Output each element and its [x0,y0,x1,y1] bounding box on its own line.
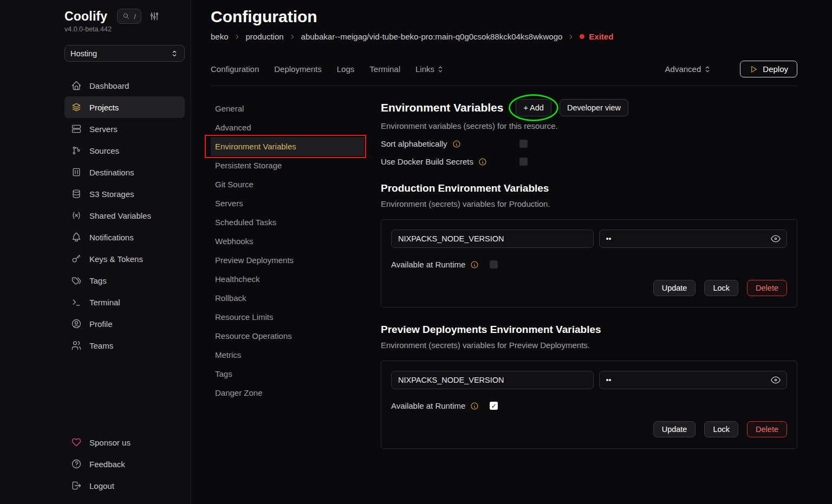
subnav-item-danger-zone[interactable]: Danger Zone [211,383,364,402]
sidebar-item-keys-tokens[interactable]: Keys & Tokens [64,248,185,270]
breadcrumb-resource[interactable]: abubakar--meigag/vid-tube-beko-pro:main-… [301,32,563,41]
sidebar-item-sources[interactable]: Sources [64,140,185,161]
sidebar-item-teams[interactable]: Teams [64,335,185,356]
selector-icon [436,65,445,74]
subnav-item-scheduled-tasks[interactable]: Scheduled Tasks [211,213,364,232]
subnav-item-git-source[interactable]: Git Source [211,175,364,194]
info-icon[interactable] [470,402,479,410]
sidebar-item-label: Sources [89,146,119,155]
sidebar-item-feedback[interactable]: Feedback [64,453,185,475]
sidebar-item-shared-variables[interactable]: Shared Variables [64,205,185,226]
deploy-button[interactable]: Deploy [740,61,797,77]
settings-sliders-button[interactable] [149,11,160,22]
main-content: Configuration beko production abubakar--… [191,0,832,504]
container-icon [71,167,82,178]
subnav-item-webhooks[interactable]: Webhooks [211,232,364,251]
lock-button[interactable]: Lock [704,280,738,296]
add-variable-button[interactable]: + Add [516,99,551,116]
sidebar-item-label: Logout [89,481,114,490]
subnav-item-preview-deployments[interactable]: Preview Deployments [211,251,364,270]
info-icon[interactable] [452,140,461,148]
sort-alphabetically-checkbox[interactable] [519,140,528,148]
subnav-item-metrics[interactable]: Metrics [211,345,364,364]
add-button-wrap: + Add [516,99,551,116]
team-selector[interactable]: Hosting [64,45,185,62]
status-dot-icon [580,34,584,39]
subnav-item-advanced[interactable]: Advanced [211,118,364,137]
sidebar-item-servers[interactable]: Servers [64,118,185,140]
eye-icon [770,233,781,244]
breadcrumb-environment[interactable]: production [246,32,284,41]
tab-terminal[interactable]: Terminal [369,64,400,74]
heart-icon [71,437,82,448]
subnav-item-rollback[interactable]: Rollback [211,289,364,307]
advanced-dropdown-button[interactable]: Advanced [665,64,712,74]
variable-icon [71,210,82,221]
docker-build-secrets-checkbox[interactable] [519,158,528,166]
sidebar-item-destinations[interactable]: Destinations [64,161,185,183]
chevron-right-icon [567,33,575,41]
available-at-runtime-checkbox[interactable] [490,402,498,410]
docker-build-secrets-row: Use Docker Build Secrets [381,157,797,166]
sidebar-item-label: Projects [89,103,119,112]
info-icon[interactable] [478,158,487,166]
update-button[interactable]: Update [653,421,696,437]
info-icon[interactable] [470,260,479,269]
delete-button[interactable]: Delete [747,280,787,296]
variable-name-input[interactable] [391,230,594,248]
variable-value-input[interactable] [599,230,788,248]
variable-value-input[interactable] [599,371,788,389]
chevron-right-icon [233,33,241,41]
subnav-item-environment-variables[interactable]: Environment Variables [211,137,364,156]
sidebar-item-s3-storages[interactable]: S3 Storages [64,183,185,205]
reveal-secret-button[interactable] [770,233,781,244]
sidebar-item-tags[interactable]: Tags [64,270,185,291]
sidebar-item-dashboard[interactable]: Dashboard [64,75,185,96]
tab-links[interactable]: Links [415,64,445,74]
available-at-runtime-checkbox[interactable] [490,260,498,269]
section-title: Environment Variables [381,101,503,114]
sidebar-item-label: Teams [89,341,113,350]
subnav-item-persistent-storage[interactable]: Persistent Storage [211,156,364,175]
breadcrumb-team[interactable]: beko [211,32,229,41]
developer-view-button[interactable]: Developer view [560,99,628,116]
sidebar-item-label: Feedback [89,460,125,469]
key-icon [71,253,82,264]
database-icon [71,188,82,199]
sidebar-item-sponsor-us[interactable]: Sponsor us [64,431,185,453]
sidebar-item-terminal[interactable]: Terminal [64,291,185,313]
tabbar-divider [211,86,797,86]
sidebar-item-notifications[interactable]: Notifications [64,226,185,248]
eye-icon [770,375,781,385]
app-logo[interactable]: Coolify [64,9,107,24]
subnav-active-wrap: Environment Variables [211,137,364,156]
sidebar-item-logout[interactable]: Logout [64,475,185,496]
tab-logs[interactable]: Logs [337,64,355,74]
delete-button[interactable]: Delete [747,421,787,437]
subnav-item-resource-limits[interactable]: Resource Limits [211,307,364,326]
variable-name-input[interactable] [391,371,594,389]
app-version: v4.0.0-beta.442 [64,25,185,33]
subnav-item-healthcheck[interactable]: Healthcheck [211,270,364,289]
sidebar-item-profile[interactable]: Profile [64,313,185,335]
sidebar-item-projects[interactable]: Projects [64,96,185,118]
subnav-item-resource-operations[interactable]: Resource Operations [211,326,364,345]
subnav-item-general[interactable]: General [211,99,364,118]
subnav-item-tags[interactable]: Tags [211,364,364,383]
sidebar: Coolify / v4.0.0-beta.442 Hosting Dashbo… [0,0,191,504]
search-button[interactable]: / [117,9,141,24]
subnav-item-servers[interactable]: Servers [211,194,364,213]
terminal-icon [71,297,82,307]
tab-configuration[interactable]: Configuration [211,64,259,74]
team-selector-value: Hosting [70,49,97,58]
lock-button[interactable]: Lock [704,421,738,437]
user-icon [71,318,82,329]
tab-deployments[interactable]: Deployments [274,64,322,74]
reveal-secret-button[interactable] [770,375,781,385]
tags-icon [71,275,82,286]
sidebar-footer: Sponsor us Feedback Logout [64,431,185,496]
update-button[interactable]: Update [653,280,696,296]
search-shortcut: / [134,12,136,21]
sort-alphabetically-label: Sort alphabetically [381,139,447,148]
search-icon [122,12,130,20]
